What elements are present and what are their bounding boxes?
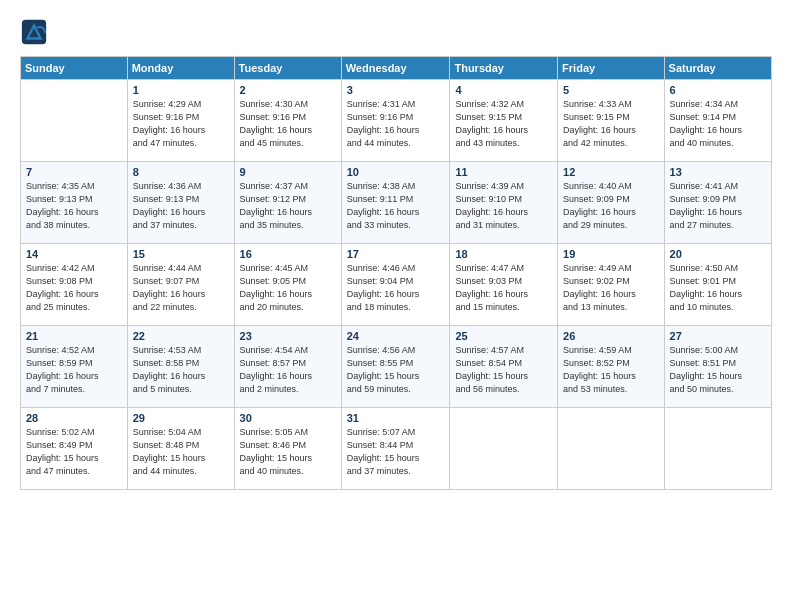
calendar-table: SundayMondayTuesdayWednesdayThursdayFrid…: [20, 56, 772, 490]
day-info: Sunrise: 4:50 AMSunset: 9:01 PMDaylight:…: [670, 262, 766, 314]
calendar-cell: 3Sunrise: 4:31 AMSunset: 9:16 PMDaylight…: [341, 80, 450, 162]
day-info: Sunrise: 4:45 AMSunset: 9:05 PMDaylight:…: [240, 262, 336, 314]
day-number: 16: [240, 248, 336, 260]
day-number: 28: [26, 412, 122, 424]
day-info: Sunrise: 4:41 AMSunset: 9:09 PMDaylight:…: [670, 180, 766, 232]
day-number: 21: [26, 330, 122, 342]
calendar-cell: 5Sunrise: 4:33 AMSunset: 9:15 PMDaylight…: [558, 80, 664, 162]
day-info: Sunrise: 5:05 AMSunset: 8:46 PMDaylight:…: [240, 426, 336, 478]
calendar-cell: 19Sunrise: 4:49 AMSunset: 9:02 PMDayligh…: [558, 244, 664, 326]
day-info: Sunrise: 4:49 AMSunset: 9:02 PMDaylight:…: [563, 262, 658, 314]
day-info: Sunrise: 5:04 AMSunset: 8:48 PMDaylight:…: [133, 426, 229, 478]
day-info: Sunrise: 4:42 AMSunset: 9:08 PMDaylight:…: [26, 262, 122, 314]
calendar-cell: [21, 80, 128, 162]
calendar-cell: [450, 408, 558, 490]
day-number: 27: [670, 330, 766, 342]
day-info: Sunrise: 4:40 AMSunset: 9:09 PMDaylight:…: [563, 180, 658, 232]
day-number: 10: [347, 166, 445, 178]
day-info: Sunrise: 4:53 AMSunset: 8:58 PMDaylight:…: [133, 344, 229, 396]
day-number: 7: [26, 166, 122, 178]
day-info: Sunrise: 4:33 AMSunset: 9:15 PMDaylight:…: [563, 98, 658, 150]
calendar-cell: 23Sunrise: 4:54 AMSunset: 8:57 PMDayligh…: [234, 326, 341, 408]
weekday-header-tuesday: Tuesday: [234, 57, 341, 80]
day-number: 11: [455, 166, 552, 178]
calendar-cell: 26Sunrise: 4:59 AMSunset: 8:52 PMDayligh…: [558, 326, 664, 408]
calendar-week-row: 7Sunrise: 4:35 AMSunset: 9:13 PMDaylight…: [21, 162, 772, 244]
day-info: Sunrise: 4:57 AMSunset: 8:54 PMDaylight:…: [455, 344, 552, 396]
day-number: 1: [133, 84, 229, 96]
day-number: 9: [240, 166, 336, 178]
day-number: 5: [563, 84, 658, 96]
day-info: Sunrise: 4:44 AMSunset: 9:07 PMDaylight:…: [133, 262, 229, 314]
day-info: Sunrise: 4:31 AMSunset: 9:16 PMDaylight:…: [347, 98, 445, 150]
day-number: 26: [563, 330, 658, 342]
day-number: 29: [133, 412, 229, 424]
day-number: 13: [670, 166, 766, 178]
day-info: Sunrise: 4:47 AMSunset: 9:03 PMDaylight:…: [455, 262, 552, 314]
calendar-cell: 6Sunrise: 4:34 AMSunset: 9:14 PMDaylight…: [664, 80, 771, 162]
day-info: Sunrise: 4:34 AMSunset: 9:14 PMDaylight:…: [670, 98, 766, 150]
calendar-cell: 12Sunrise: 4:40 AMSunset: 9:09 PMDayligh…: [558, 162, 664, 244]
calendar-cell: 25Sunrise: 4:57 AMSunset: 8:54 PMDayligh…: [450, 326, 558, 408]
day-info: Sunrise: 4:30 AMSunset: 9:16 PMDaylight:…: [240, 98, 336, 150]
calendar-week-row: 14Sunrise: 4:42 AMSunset: 9:08 PMDayligh…: [21, 244, 772, 326]
day-info: Sunrise: 4:37 AMSunset: 9:12 PMDaylight:…: [240, 180, 336, 232]
page-container: SundayMondayTuesdayWednesdayThursdayFrid…: [0, 0, 792, 500]
weekday-header-row: SundayMondayTuesdayWednesdayThursdayFrid…: [21, 57, 772, 80]
calendar-cell: 1Sunrise: 4:29 AMSunset: 9:16 PMDaylight…: [127, 80, 234, 162]
calendar-cell: 11Sunrise: 4:39 AMSunset: 9:10 PMDayligh…: [450, 162, 558, 244]
day-number: 22: [133, 330, 229, 342]
calendar-cell: 13Sunrise: 4:41 AMSunset: 9:09 PMDayligh…: [664, 162, 771, 244]
calendar-cell: 30Sunrise: 5:05 AMSunset: 8:46 PMDayligh…: [234, 408, 341, 490]
calendar-cell: 21Sunrise: 4:52 AMSunset: 8:59 PMDayligh…: [21, 326, 128, 408]
day-number: 2: [240, 84, 336, 96]
day-info: Sunrise: 4:36 AMSunset: 9:13 PMDaylight:…: [133, 180, 229, 232]
day-number: 14: [26, 248, 122, 260]
calendar-cell: 18Sunrise: 4:47 AMSunset: 9:03 PMDayligh…: [450, 244, 558, 326]
day-info: Sunrise: 4:29 AMSunset: 9:16 PMDaylight:…: [133, 98, 229, 150]
day-info: Sunrise: 4:35 AMSunset: 9:13 PMDaylight:…: [26, 180, 122, 232]
day-info: Sunrise: 4:56 AMSunset: 8:55 PMDaylight:…: [347, 344, 445, 396]
weekday-header-monday: Monday: [127, 57, 234, 80]
calendar-cell: 14Sunrise: 4:42 AMSunset: 9:08 PMDayligh…: [21, 244, 128, 326]
day-number: 30: [240, 412, 336, 424]
calendar-cell: 10Sunrise: 4:38 AMSunset: 9:11 PMDayligh…: [341, 162, 450, 244]
day-info: Sunrise: 4:38 AMSunset: 9:11 PMDaylight:…: [347, 180, 445, 232]
calendar-week-row: 28Sunrise: 5:02 AMSunset: 8:49 PMDayligh…: [21, 408, 772, 490]
day-info: Sunrise: 5:02 AMSunset: 8:49 PMDaylight:…: [26, 426, 122, 478]
logo-icon: [20, 18, 48, 46]
day-number: 17: [347, 248, 445, 260]
calendar-cell: 16Sunrise: 4:45 AMSunset: 9:05 PMDayligh…: [234, 244, 341, 326]
day-number: 25: [455, 330, 552, 342]
day-number: 20: [670, 248, 766, 260]
calendar-cell: 27Sunrise: 5:00 AMSunset: 8:51 PMDayligh…: [664, 326, 771, 408]
calendar-cell: 2Sunrise: 4:30 AMSunset: 9:16 PMDaylight…: [234, 80, 341, 162]
weekday-header-sunday: Sunday: [21, 57, 128, 80]
day-number: 3: [347, 84, 445, 96]
day-number: 6: [670, 84, 766, 96]
day-number: 19: [563, 248, 658, 260]
day-info: Sunrise: 4:46 AMSunset: 9:04 PMDaylight:…: [347, 262, 445, 314]
calendar-cell: 31Sunrise: 5:07 AMSunset: 8:44 PMDayligh…: [341, 408, 450, 490]
calendar-cell: 20Sunrise: 4:50 AMSunset: 9:01 PMDayligh…: [664, 244, 771, 326]
logo: [20, 18, 50, 46]
calendar-week-row: 1Sunrise: 4:29 AMSunset: 9:16 PMDaylight…: [21, 80, 772, 162]
calendar-cell: 15Sunrise: 4:44 AMSunset: 9:07 PMDayligh…: [127, 244, 234, 326]
calendar-cell: 7Sunrise: 4:35 AMSunset: 9:13 PMDaylight…: [21, 162, 128, 244]
day-number: 24: [347, 330, 445, 342]
weekday-header-friday: Friday: [558, 57, 664, 80]
day-info: Sunrise: 4:59 AMSunset: 8:52 PMDaylight:…: [563, 344, 658, 396]
day-info: Sunrise: 5:07 AMSunset: 8:44 PMDaylight:…: [347, 426, 445, 478]
day-info: Sunrise: 4:39 AMSunset: 9:10 PMDaylight:…: [455, 180, 552, 232]
calendar-week-row: 21Sunrise: 4:52 AMSunset: 8:59 PMDayligh…: [21, 326, 772, 408]
day-number: 8: [133, 166, 229, 178]
calendar-cell: 9Sunrise: 4:37 AMSunset: 9:12 PMDaylight…: [234, 162, 341, 244]
day-number: 31: [347, 412, 445, 424]
day-info: Sunrise: 4:32 AMSunset: 9:15 PMDaylight:…: [455, 98, 552, 150]
day-number: 4: [455, 84, 552, 96]
calendar-cell: [558, 408, 664, 490]
calendar-cell: 8Sunrise: 4:36 AMSunset: 9:13 PMDaylight…: [127, 162, 234, 244]
weekday-header-saturday: Saturday: [664, 57, 771, 80]
weekday-header-wednesday: Wednesday: [341, 57, 450, 80]
header: [20, 18, 772, 46]
